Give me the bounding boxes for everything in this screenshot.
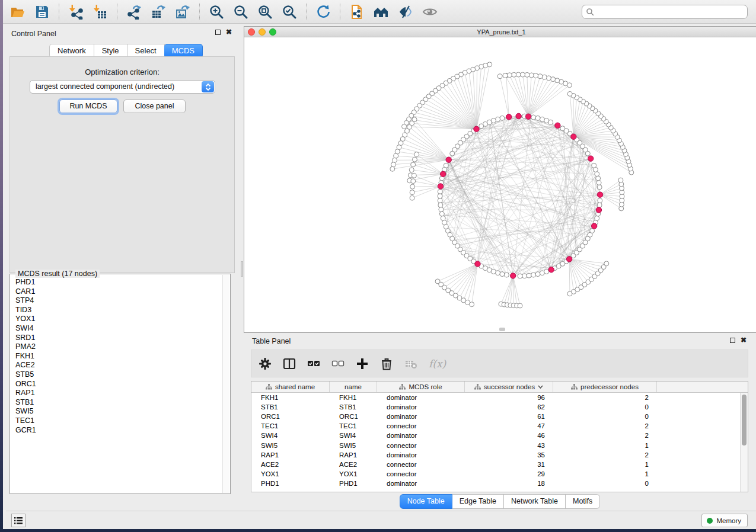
column-label: MCDS role bbox=[409, 383, 442, 390]
mcds-result-item[interactable]: YOX1 bbox=[11, 315, 222, 324]
cell-name: ACE2 bbox=[330, 461, 377, 468]
criterion-dropdown[interactable]: largest connected component (undirected) bbox=[30, 80, 215, 94]
table-scrollbar[interactable] bbox=[740, 393, 748, 492]
network-window-titlebar[interactable]: YPA_prune.txt_1 bbox=[244, 27, 756, 37]
desktop: Control Panel ✖ NetworkStyleSelectMCDS O… bbox=[0, 0, 756, 532]
table-row[interactable]: TEC1TEC1connector472 bbox=[251, 421, 748, 431]
node-table: shared namenameMCDS rolesuccessor nodesp… bbox=[251, 381, 748, 492]
cell-MCDS-role: connector bbox=[377, 422, 465, 430]
cell-predecessor-nodes: 2 bbox=[553, 451, 657, 459]
close-panel-button[interactable]: Close panel bbox=[123, 100, 186, 113]
splitter-grip[interactable] bbox=[241, 261, 243, 277]
mcds-result-item[interactable]: GCR1 bbox=[11, 426, 222, 435]
float-panel-icon[interactable] bbox=[215, 30, 221, 35]
zoom-in-icon[interactable] bbox=[209, 4, 224, 20]
import-table-icon[interactable] bbox=[92, 4, 108, 20]
zoom-selected-icon[interactable] bbox=[282, 4, 297, 20]
mcds-tab-content: Optimization criterion: largest connecte… bbox=[9, 56, 235, 273]
settings-gear-icon[interactable] bbox=[259, 357, 272, 370]
cell-successor-nodes: 61 bbox=[465, 413, 553, 420]
toggle-panel-columns-icon[interactable] bbox=[283, 357, 296, 370]
show-graphics-details-icon[interactable] bbox=[422, 4, 438, 20]
task-history-button[interactable] bbox=[11, 514, 25, 527]
export-network-icon[interactable] bbox=[126, 4, 142, 20]
column-header-shared-name[interactable]: shared name bbox=[251, 382, 330, 392]
zoom-fit-icon[interactable] bbox=[257, 4, 273, 20]
column-namespace-icon bbox=[266, 384, 272, 390]
table-row[interactable]: FKH1FKH1dominator962 bbox=[251, 393, 748, 402]
cell-MCDS-role: dominator bbox=[377, 480, 465, 487]
table-row[interactable]: ACE2ACE2connector311 bbox=[251, 460, 748, 469]
delete-column-icon[interactable] bbox=[380, 357, 393, 370]
cell-shared-name: PHD1 bbox=[251, 480, 330, 487]
save-session-icon[interactable] bbox=[34, 4, 50, 20]
toolbar-divider bbox=[117, 4, 117, 20]
mcds-result-item[interactable]: FKH1 bbox=[11, 352, 222, 361]
refresh-layout-icon[interactable] bbox=[315, 4, 331, 20]
tab-node-table[interactable]: Node Table bbox=[400, 494, 452, 509]
mcds-result-item[interactable]: ACE2 bbox=[11, 361, 222, 370]
cell-MCDS-role: dominator bbox=[377, 394, 465, 401]
memory-button[interactable]: Memory bbox=[701, 514, 748, 527]
table-row[interactable]: YOX1YOX1connector291 bbox=[251, 469, 748, 479]
column-header-MCDS-role[interactable]: MCDS role bbox=[377, 382, 465, 392]
search-field[interactable] bbox=[582, 5, 748, 19]
select-all-checks-icon[interactable] bbox=[307, 357, 320, 370]
mcds-result-item[interactable]: STB5 bbox=[11, 370, 222, 380]
import-network-icon[interactable] bbox=[68, 4, 84, 20]
column-namespace-icon bbox=[571, 384, 578, 390]
run-mcds-button[interactable]: Run MCDS bbox=[59, 100, 117, 113]
cell-successor-nodes: 18 bbox=[465, 480, 553, 487]
add-column-icon[interactable] bbox=[356, 357, 369, 370]
share-network-document-icon[interactable] bbox=[349, 4, 365, 20]
delete-table-icon[interactable] bbox=[404, 357, 417, 370]
mcds-result-item[interactable]: SRD1 bbox=[11, 334, 222, 343]
mcds-result-list[interactable]: PHD1CAR1STP4TID3YOX1SWI4SRD1PMA2FKH1ACE2… bbox=[11, 278, 222, 493]
float-panel-icon[interactable] bbox=[730, 338, 735, 343]
network-canvas[interactable] bbox=[244, 37, 756, 332]
mcds-result-item[interactable]: RAP1 bbox=[11, 389, 222, 398]
table-row[interactable]: SWI4SWI4dominator462 bbox=[251, 431, 748, 440]
network-scroll-handle[interactable] bbox=[499, 328, 505, 331]
mcds-result-item[interactable]: TID3 bbox=[11, 306, 222, 315]
column-header-predecessor-nodes[interactable]: predecessor nodes bbox=[553, 382, 657, 392]
mcds-list-scrollbar[interactable] bbox=[222, 275, 229, 493]
main-toolbar bbox=[3, 0, 756, 24]
search-icon bbox=[586, 8, 594, 16]
export-table-icon[interactable] bbox=[151, 4, 166, 20]
cell-name: FKH1 bbox=[330, 394, 377, 401]
mcds-result-item[interactable]: TEC1 bbox=[11, 416, 222, 426]
cell-MCDS-role: dominator bbox=[377, 403, 465, 411]
network-graph[interactable] bbox=[244, 37, 756, 333]
zoom-out-icon[interactable] bbox=[233, 4, 248, 20]
tab-network-table[interactable]: Network Table bbox=[504, 494, 566, 509]
tab-edge-table[interactable]: Edge Table bbox=[452, 494, 504, 509]
column-header-successor-nodes[interactable]: successor nodes bbox=[465, 382, 553, 392]
mcds-result-item[interactable]: PMA2 bbox=[11, 342, 222, 352]
search-networks-icon[interactable] bbox=[374, 4, 389, 20]
table-row[interactable]: PHD1PHD1dominator180 bbox=[251, 479, 748, 488]
column-label: shared name bbox=[275, 383, 315, 390]
table-row[interactable]: RAP1RAP1dominator352 bbox=[251, 450, 748, 460]
close-panel-icon[interactable]: ✖ bbox=[741, 338, 747, 343]
mcds-result-item[interactable]: CAR1 bbox=[11, 287, 222, 297]
table-row[interactable]: SWI5SWI5connector431 bbox=[251, 440, 748, 450]
open-folder-icon[interactable] bbox=[10, 4, 25, 20]
mcds-result-item[interactable]: SWI4 bbox=[11, 324, 222, 334]
table-scrollbar-thumb[interactable] bbox=[742, 395, 747, 446]
mcds-result-item[interactable]: PHD1 bbox=[11, 278, 222, 287]
mcds-result-item[interactable]: STP4 bbox=[11, 296, 222, 306]
table-row[interactable]: STB1STB1dominator620 bbox=[251, 402, 748, 412]
tab-motifs[interactable]: Motifs bbox=[566, 494, 600, 509]
cell-shared-name: ORC1 bbox=[251, 413, 330, 420]
table-row[interactable]: ORC1ORC1dominator610 bbox=[251, 412, 748, 421]
hide-graphics-details-icon[interactable] bbox=[398, 4, 413, 20]
search-input[interactable] bbox=[594, 6, 747, 18]
deselect-all-checks-icon[interactable] bbox=[331, 357, 344, 370]
mcds-result-item[interactable]: ORC1 bbox=[11, 380, 222, 389]
mcds-result-item[interactable]: STB1 bbox=[11, 398, 222, 408]
mcds-result-item[interactable]: SWI5 bbox=[11, 407, 222, 416]
close-panel-icon[interactable]: ✖ bbox=[226, 30, 232, 35]
export-image-icon[interactable] bbox=[175, 4, 190, 20]
column-header-name[interactable]: name bbox=[330, 382, 377, 392]
